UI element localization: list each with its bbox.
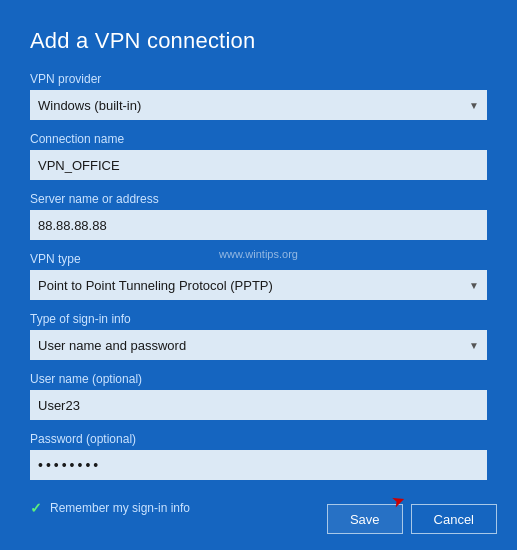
username-field: User name (optional) [30, 372, 487, 420]
server-name-label: Server name or address [30, 192, 487, 206]
password-input[interactable] [30, 450, 487, 480]
sign-in-type-select-wrapper: User name and password ▼ [30, 330, 487, 360]
connection-name-field: Connection name [30, 132, 487, 180]
sign-in-type-label: Type of sign-in info [30, 312, 487, 326]
server-name-field: Server name or address [30, 192, 487, 240]
vpn-type-label: VPN type [30, 252, 487, 266]
password-label: Password (optional) [30, 432, 487, 446]
connection-name-label: Connection name [30, 132, 487, 146]
vpn-type-field: VPN type Point to Point Tunneling Protoc… [30, 252, 487, 300]
sign-in-type-select[interactable]: User name and password [30, 330, 487, 360]
vpn-provider-field: VPN provider Windows (built-in) ▼ [30, 72, 487, 120]
remember-label: Remember my sign-in info [50, 501, 190, 515]
vpn-dialog: Add a VPN connection VPN provider Window… [0, 0, 517, 550]
vpn-provider-select[interactable]: Windows (built-in) [30, 90, 487, 120]
vpn-provider-select-wrapper: Windows (built-in) ▼ [30, 90, 487, 120]
vpn-type-select[interactable]: Point to Point Tunneling Protocol (PPTP) [30, 270, 487, 300]
server-name-input[interactable] [30, 210, 487, 240]
vpn-type-select-wrapper: Point to Point Tunneling Protocol (PPTP)… [30, 270, 487, 300]
sign-in-type-field: Type of sign-in info User name and passw… [30, 312, 487, 360]
username-input[interactable] [30, 390, 487, 420]
username-label: User name (optional) [30, 372, 487, 386]
connection-name-input[interactable] [30, 150, 487, 180]
save-button[interactable]: Save [327, 504, 403, 534]
dialog-title: Add a VPN connection [30, 28, 487, 54]
password-field: Password (optional) [30, 432, 487, 480]
remember-checkmark-icon: ✓ [30, 500, 42, 516]
button-row: Save Cancel [327, 504, 497, 534]
cancel-button[interactable]: Cancel [411, 504, 497, 534]
vpn-provider-label: VPN provider [30, 72, 487, 86]
